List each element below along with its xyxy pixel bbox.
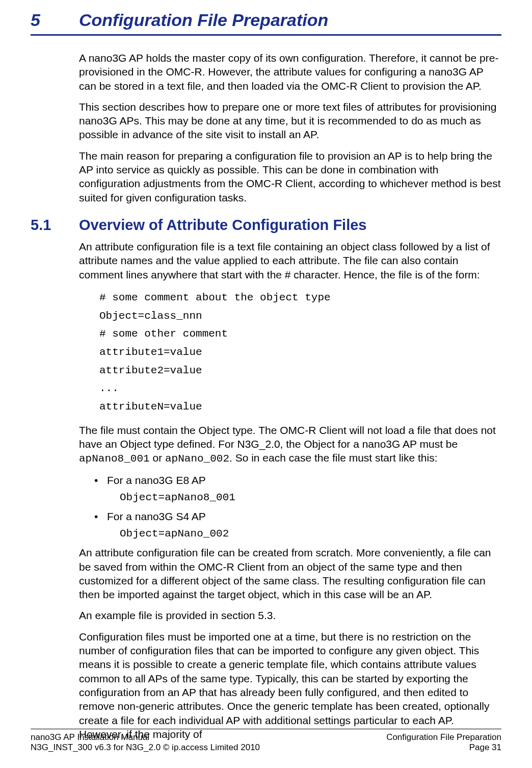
code-line: # some comment about the object type (99, 289, 501, 307)
code-line: attribute1=value (99, 343, 501, 362)
section-title: Overview of Attribute Configuration File… (79, 217, 366, 234)
section-header: 5.1 Overview of Attribute Configuration … (31, 217, 501, 234)
bullet-list: • For a nano3G S4 AP (94, 509, 501, 524)
bullet-marker-icon: • (94, 473, 107, 488)
intro-paragraph-1: A nano3G AP holds the master copy of its… (79, 51, 501, 93)
footer-manual-title: nano3G AP Installation Manual (31, 732, 260, 743)
footer-page-number: Page 31 (386, 743, 501, 753)
code-line: attribute2=value (99, 362, 501, 380)
section-paragraph-5: Configuration files must be imported one… (79, 630, 501, 741)
bullet-list: • For a nano3G E8 AP (94, 473, 501, 488)
footer-left: nano3G AP Installation Manual N3G_INST_3… (31, 732, 260, 753)
intro-paragraph-2: This section describes how to prepare on… (79, 100, 501, 142)
bullet-code: Object=apNano_002 (120, 528, 501, 540)
inline-code: apNano8_001 (79, 453, 150, 465)
chapter-title: Configuration File Preparation (79, 10, 328, 30)
bullet-code: Object=apNano8_001 (120, 492, 501, 503)
intro-paragraph-3: The main reason for preparing a configur… (79, 149, 501, 204)
chapter-header: 5 Configuration File Preparation (31, 10, 501, 36)
section-paragraph-1: An attribute configuration file is a tex… (79, 240, 501, 281)
chapter-number: 5 (31, 10, 79, 30)
code-line: # some other comment (99, 325, 501, 343)
text-span: The file must contain the Object type. T… (79, 424, 496, 450)
bullet-text: For a nano3G E8 AP (107, 473, 206, 488)
bullet-item: • For a nano3G S4 AP (94, 509, 501, 524)
footer-right: Configuration File Preparation Page 31 (386, 732, 501, 753)
code-line: attributeN=value (99, 398, 501, 416)
code-line: Object=class_nnn (99, 307, 501, 325)
bullet-marker-icon: • (94, 509, 107, 524)
code-line: ... (99, 379, 501, 398)
bullet-text: For a nano3G S4 AP (107, 509, 206, 524)
text-span: . So in each case the file must start li… (229, 452, 438, 464)
text-span: or (150, 452, 165, 464)
inline-code: apNano_002 (165, 453, 229, 465)
bullet-item: • For a nano3G E8 AP (94, 473, 501, 488)
page-footer: nano3G AP Installation Manual N3G_INST_3… (31, 729, 501, 753)
section-paragraph-4: An example file is provided in section 5… (79, 608, 501, 622)
section-paragraph-3: An attribute configuration file can be c… (79, 546, 501, 601)
code-block: # some comment about the object type Obj… (99, 289, 501, 416)
footer-version: N3G_INST_300 v6.3 for N3G_2.0 © ip.acces… (31, 743, 260, 753)
section-number: 5.1 (31, 217, 79, 234)
section-paragraph-2: The file must contain the Object type. T… (79, 423, 501, 466)
footer-section-title: Configuration File Preparation (386, 732, 501, 743)
